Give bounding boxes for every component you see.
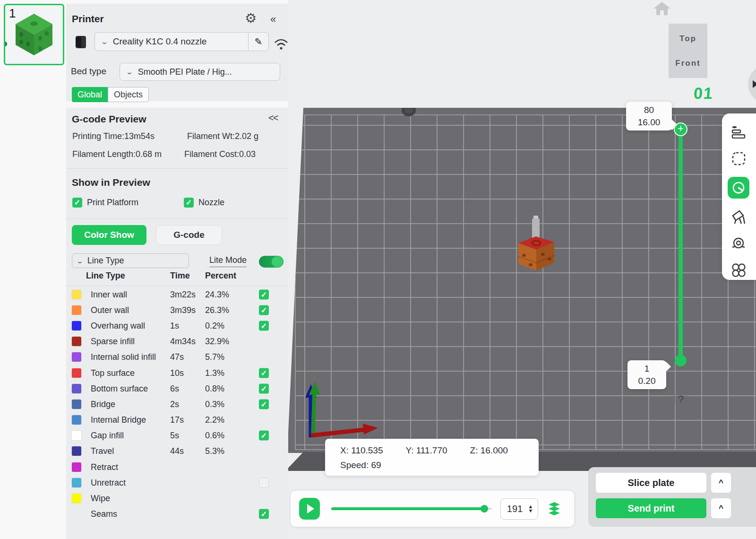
checkbox[interactable] [72, 198, 82, 208]
table-row: Unretract [72, 475, 280, 490]
target-locate-tool-icon[interactable] [728, 235, 749, 252]
gcode-preview-title: G-code Preview [72, 113, 146, 125]
table-row: Gap infill5s0.6% [72, 428, 280, 443]
row-checkbox[interactable] [259, 321, 269, 330]
tab-objects[interactable]: Objects [108, 87, 149, 102]
progress-slider[interactable] [331, 505, 492, 513]
send-options-button[interactable]: ^ [711, 498, 731, 518]
bottom-layer-height: 0.20 [627, 375, 666, 387]
row-checkbox[interactable] [259, 431, 269, 441]
printed-model-dice[interactable] [513, 213, 560, 274]
line-type-time: 2s [170, 399, 179, 409]
line-type-time: 6s [170, 383, 179, 393]
divider [66, 168, 288, 169]
line-type-percent: 0.3% [205, 399, 224, 409]
layers-stack-icon[interactable] [546, 500, 563, 517]
line-type-label: Internal solid infill [91, 352, 156, 362]
layer-range-bottom-handle[interactable] [675, 355, 687, 366]
line-color-swatch [72, 400, 81, 409]
apps-clover-tool-icon[interactable] [728, 262, 749, 278]
progress-fill [331, 507, 484, 510]
layer-list-tool-icon[interactable] [728, 124, 749, 140]
checkbox[interactable] [184, 198, 194, 208]
home-icon[interactable] [653, 1, 670, 16]
stat-filament-weight: Filament Wt:2.02 g [187, 131, 258, 141]
lite-mode-toggle[interactable] [259, 256, 284, 268]
table-row: Top surface10s1.3% [72, 365, 280, 381]
line-color-swatch [72, 352, 81, 362]
edit-printer-button[interactable]: ✎ [248, 32, 269, 51]
row-checkbox[interactable] [259, 509, 269, 519]
print-platform-checkbox-row[interactable]: Print Platform [72, 198, 138, 208]
line-type-percent: 0.8% [205, 383, 224, 393]
speed-preview-tool-icon[interactable] [728, 177, 749, 199]
nozzle-checkbox-row[interactable]: Nozzle [184, 198, 224, 208]
row-checkbox[interactable] [259, 399, 269, 409]
plate-thumbnail[interactable]: 1 [4, 4, 64, 65]
collapse-panel-icon[interactable]: « [270, 13, 276, 26]
color-show-button[interactable]: Color Show [72, 225, 146, 245]
printer-settings-gear-icon[interactable]: ⚙ [245, 10, 257, 26]
bottom-layer-number: 1 [627, 363, 666, 375]
line-color-swatch [72, 478, 81, 487]
pencil-icon: ✎ [255, 36, 263, 47]
line-type-label: Overhang wall [91, 321, 145, 330]
line-type-time: 44s [170, 446, 184, 456]
coord-x: X: 110.535 [340, 445, 383, 456]
row-checkbox[interactable] [259, 383, 269, 393]
line-type-select-value: Line Type [87, 256, 124, 266]
line-type-time: 3m39s [170, 305, 196, 315]
spotlight-tool-icon[interactable] [728, 209, 749, 225]
wifi-icon[interactable] [273, 37, 289, 50]
line-type-select[interactable]: ⌄ Line Type [72, 253, 189, 268]
divider [66, 218, 288, 219]
view-cube[interactable]: Top Front [669, 24, 707, 78]
toggle-knob [272, 256, 283, 267]
row-checkbox[interactable] [259, 289, 269, 299]
print-platform-label: Print Platform [87, 198, 138, 208]
printer-select[interactable]: ⌄ Creality K1C 0.4 nozzle [94, 32, 248, 51]
plate-thumbnail-number: 1 [9, 6, 16, 21]
play-button[interactable] [299, 498, 320, 520]
layer-bottom-tooltip: 1 0.20 [627, 360, 666, 389]
layer-range-track[interactable] [679, 129, 683, 361]
progress-handle[interactable] [481, 505, 488, 513]
view-cube-front-face[interactable]: Front [669, 59, 707, 68]
orbit-expand-button[interactable] [748, 65, 756, 103]
collapse-gcode-icon[interactable]: << [268, 113, 277, 123]
gcode-view-button[interactable]: G-code [156, 225, 222, 245]
layer-number-input[interactable] [506, 504, 524, 514]
printer-select-value: Creality K1C 0.4 nozzle [113, 36, 207, 47]
view-cube-top-face[interactable]: Top [669, 34, 707, 43]
slice-plate-button[interactable]: Slice plate [596, 473, 706, 493]
line-type-percent: 1.3% [205, 368, 224, 378]
line-type-percent: 2.2% [205, 415, 224, 425]
tab-global[interactable]: Global [72, 87, 108, 102]
row-checkbox[interactable] [259, 368, 269, 378]
header-percent: Percent [205, 271, 236, 281]
viewport-3d[interactable]: + 80 16.00 1 0.20 ? Top Front 01 [288, 0, 756, 539]
show-in-preview-title: Show in Preview [72, 177, 150, 188]
coord-y: Y: 111.770 [406, 445, 447, 456]
line-color-swatch [72, 368, 81, 378]
stat-filament-length: Filament Length:0.68 m [72, 149, 162, 159]
bed-type-select[interactable]: ⌄ Smooth PEI Plate / Hig... [120, 63, 280, 81]
line-type-label: Bottom surface [91, 383, 148, 393]
coords-info-box: X: 110.535 Y: 111.770 Z: 16.000 Speed: 6… [325, 439, 539, 476]
send-print-button[interactable]: Send print [596, 498, 706, 518]
table-row: Outer wall3m39s26.3% [72, 302, 280, 318]
slice-options-button[interactable]: ^ [711, 473, 731, 493]
stepper-down-icon[interactable]: ▼ [528, 509, 533, 513]
line-type-time: 47s [170, 352, 184, 362]
line-color-swatch [72, 509, 81, 519]
play-icon [307, 504, 314, 513]
select-region-tool-icon[interactable] [728, 150, 749, 166]
coord-z: Z: 16.000 [470, 445, 508, 456]
line-type-time: 5s [170, 431, 179, 441]
table-row: Retract [72, 459, 280, 475]
row-checkbox[interactable] [259, 478, 269, 487]
line-type-time: 4m34s [170, 337, 196, 347]
layer-stepper[interactable]: ▲ ▼ [528, 504, 533, 513]
row-checkbox[interactable] [259, 305, 269, 315]
help-button[interactable]: ? [673, 391, 689, 408]
